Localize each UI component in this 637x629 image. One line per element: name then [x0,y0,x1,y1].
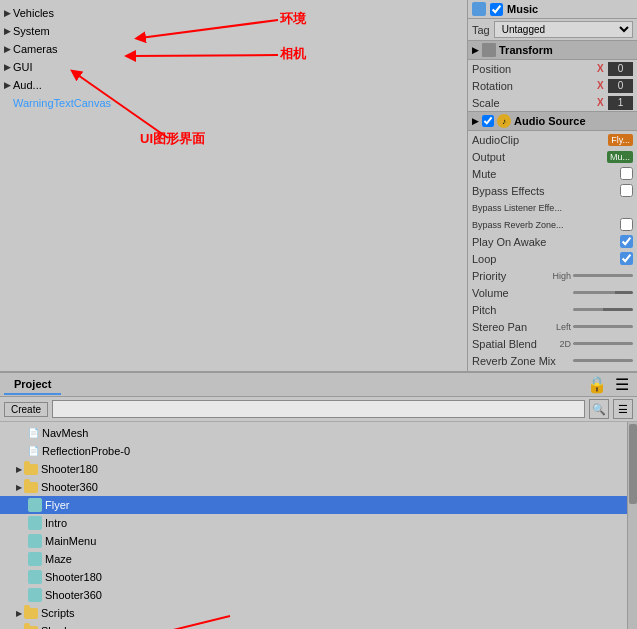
reverb-zone-label: Reverb Zone Mix [472,355,573,367]
hierarchy-item-system[interactable]: ▶ System [0,22,467,40]
hierarchy-item-vehicles-label: Vehicles [13,7,54,19]
tag-label: Tag [472,24,490,36]
project-item-intro[interactable]: Intro [0,514,627,532]
audioclip-row: AudioClip Fly... [468,131,637,148]
scrollbar-thumb [629,424,637,504]
project-search-input[interactable] [52,400,585,418]
scale-x-label: X [597,97,607,108]
position-x-input[interactable] [608,62,633,76]
position-row: Position X [468,60,637,77]
hierarchy-item-cameras-label: Cameras [13,43,58,55]
panel-lock-icon[interactable]: 🔒 [583,373,611,396]
transform-header[interactable]: ▶ Transform [468,40,637,60]
position-label: Position [472,63,597,75]
pitch-slider[interactable] [573,308,633,311]
output-row: Output Mu... [468,148,637,165]
pitch-row: Pitch [468,301,637,318]
scene-icon-flyer [28,498,42,512]
project-item-shaders[interactable]: ▶ Shaders [0,622,627,629]
project-create-button[interactable]: Create [4,402,48,417]
rotation-label: Rotation [472,80,597,92]
loop-row: Loop [468,250,637,267]
hierarchy-item-gui-label: GUI [13,61,33,73]
position-x-label: X [597,63,607,74]
project-item-shooter180-folder[interactable]: ▶ Shooter180 [0,460,627,478]
folder-icon-shooter180 [24,464,38,475]
project-item-shaders-label: Shaders [41,625,82,629]
loop-label: Loop [472,253,620,265]
mute-row: Mute [468,165,637,182]
project-item-reflectionprobe[interactable]: 📄 ReflectionProbe-0 [0,442,627,460]
panel-menu-icon[interactable]: ☰ [611,373,633,396]
bypass-reverb-row: Bypass Reverb Zone... [468,216,637,233]
tag-dropdown[interactable]: Untagged [494,21,633,38]
project-item-shooter180-scene[interactable]: Shooter180 [0,568,627,586]
spatial-blend-slider[interactable] [573,342,633,345]
project-item-scripts[interactable]: ▶ Scripts [0,604,627,622]
project-content: 📄 NavMesh 📄 ReflectionProbe-0 ▶ Shooter1… [0,422,637,629]
scale-x-input[interactable] [608,96,633,110]
project-scrollbar[interactable] [627,422,637,629]
rotation-x-input[interactable] [608,79,633,93]
audio-source-enable-checkbox[interactable] [482,115,494,127]
object-name: Music [507,3,538,15]
hierarchy-item-system-label: System [13,25,50,37]
bypass-listener-label: Bypass Listener Effe... [472,203,633,213]
project-tab[interactable]: Project [4,375,61,395]
scale-label: Scale [472,97,597,109]
loop-checkbox[interactable] [620,252,633,265]
hierarchy-item-aud[interactable]: ▶ Aud... [0,76,467,94]
hierarchy-item-warningtextcanvas[interactable]: ▶ WarningTextCanvas [0,94,467,112]
priority-slider[interactable] [573,274,633,277]
project-item-shooter180-folder-label: Shooter180 [41,463,98,475]
scene-icon-shooter180 [28,570,42,584]
project-toolbar: Create 🔍 ☰ [0,397,637,422]
object-active-checkbox[interactable] [490,3,503,16]
hierarchy-panel: ▶ Vehicles ▶ System ▶ Cameras ▶ GUI ▶ Au… [0,0,468,371]
bypass-reverb-checkbox[interactable] [620,218,633,231]
transform-icon [482,43,496,57]
project-item-maze-label: Maze [45,553,72,565]
project-item-mainmenu-label: MainMenu [45,535,96,547]
spatial-hint: 2D [559,339,571,349]
project-search-button[interactable]: 🔍 [589,399,609,419]
stereo-pan-slider[interactable] [573,325,633,328]
audio-source-title: Audio Source [514,115,586,127]
project-item-navmesh[interactable]: 📄 NavMesh [0,424,627,442]
hierarchy-list: ▶ Vehicles ▶ System ▶ Cameras ▶ GUI ▶ Au… [0,2,467,114]
project-item-shooter360-folder[interactable]: ▶ Shooter360 [0,478,627,496]
hierarchy-item-gui[interactable]: ▶ GUI [0,58,467,76]
project-item-shooter360-scene[interactable]: Shooter360 [0,586,627,604]
audio-source-icon: ♪ [497,114,511,128]
reverb-zone-slider[interactable] [573,359,633,362]
rotation-row: Rotation X [468,77,637,94]
hierarchy-item-cameras[interactable]: ▶ Cameras [0,40,467,58]
project-item-maze[interactable]: Maze [0,550,627,568]
project-item-navmesh-label: NavMesh [42,427,88,439]
rotation-value: X [597,79,633,93]
audioclip-value[interactable]: Fly... [608,134,633,146]
project-item-mainmenu[interactable]: MainMenu [0,532,627,550]
bypass-effects-checkbox[interactable] [620,184,633,197]
play-on-awake-label: Play On Awake [472,236,620,248]
project-filter-button[interactable]: ☰ [613,399,633,419]
mute-checkbox[interactable] [620,167,633,180]
project-panel: Project 🔒 ☰ Create 🔍 ☰ 📄 NavMesh 📄 Refle… [0,371,637,629]
hierarchy-item-warningtextcanvas-label: WarningTextCanvas [13,97,111,109]
project-item-flyer[interactable]: Flyer [0,496,627,514]
project-item-shooter180-scene-label: Shooter180 [45,571,102,583]
volume-slider[interactable] [573,291,633,294]
output-value[interactable]: Mu... [607,151,633,163]
priority-hint: High [552,271,571,281]
scene-icon-shooter360 [28,588,42,602]
play-on-awake-checkbox[interactable] [620,235,633,248]
reverb-zone-row: Reverb Zone Mix [468,352,637,369]
audioclip-label: AudioClip [472,134,608,146]
project-item-reflectionprobe-label: ReflectionProbe-0 [42,445,130,457]
bypass-listener-row: Bypass Listener Effe... [468,199,637,216]
audio-source-header[interactable]: ▶ ♪ Audio Source [468,111,637,131]
transform-title: Transform [499,44,553,56]
folder-icon-shooter360 [24,482,38,493]
spatial-blend-label: Spatial Blend [472,338,559,350]
hierarchy-item-vehicles[interactable]: ▶ Vehicles [0,4,467,22]
